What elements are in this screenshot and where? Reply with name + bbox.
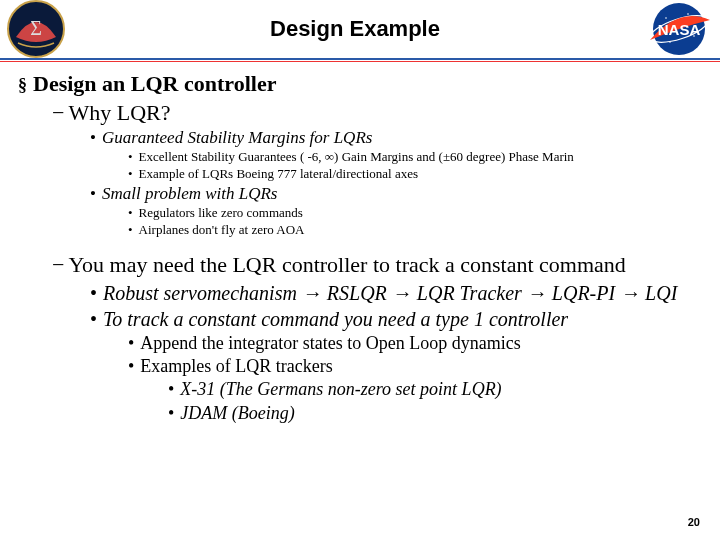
text: Airplanes don't fly at zero AOA <box>139 222 305 237</box>
text: Small problem with LQRs <box>102 184 278 203</box>
text: Design an LQR controller <box>33 71 276 96</box>
slide-title: Design Example <box>66 16 644 42</box>
bullet-l2: −You may need the LQR controller to trac… <box>52 251 702 280</box>
text: Examples of LQR trackers <box>140 356 332 376</box>
svg-point-9 <box>669 41 671 43</box>
text: Example of LQRs Boeing 777 lateral/direc… <box>139 166 418 181</box>
page-number: 20 <box>688 516 700 528</box>
bullet-l4: •Example of LQRs Boeing 777 lateral/dire… <box>128 166 702 183</box>
text: Guaranteed Stability Margins for LQRs <box>102 128 372 147</box>
bullet-l3: •To track a constant command you need a … <box>90 306 702 332</box>
text: JDAM (Boeing) <box>180 403 294 423</box>
header-divider <box>0 58 720 62</box>
bullet-l1: §Design an LQR controller <box>18 70 702 99</box>
bullet-l4: •Append the integrator states to Open Lo… <box>128 332 702 355</box>
bullet-l3: •Small problem with LQRs <box>90 183 702 205</box>
bullet-l4: •Regulators like zero commands <box>128 205 702 222</box>
svg-text:Σ: Σ <box>30 17 42 39</box>
text-pre: Robust servomechanism <box>103 282 302 304</box>
mission-patch-logo: Σ <box>6 0 66 59</box>
text: X-31 (The Germans non-zero set point LQR… <box>180 379 501 399</box>
bullet-l4: •Examples of LQR trackers <box>128 355 702 378</box>
bullet-l4: •Excellent Stability Guarantees ( -6, ∞)… <box>128 149 702 166</box>
nasa-logo: NASA <box>644 0 714 58</box>
text: Append the integrator states to Open Loo… <box>140 333 520 353</box>
bullet-l2: −Why LQR? <box>52 99 702 128</box>
bullet-l4: •Airplanes don't fly at zero AOA <box>128 222 702 239</box>
bullet-l3: •Robust servomechanism → RSLQR → LQR Tra… <box>90 280 702 306</box>
text: To track a constant command you need a t… <box>103 308 568 330</box>
bullet-l5: •X-31 (The Germans non-zero set point LQ… <box>168 378 702 401</box>
text-chain: RSLQR → LQR Tracker → LQR-PI → LQI <box>322 282 678 304</box>
bullet-l5: •JDAM (Boeing) <box>168 402 702 425</box>
bullet-l3: •Guaranteed Stability Margins for LQRs <box>90 127 702 149</box>
svg-point-8 <box>693 35 695 37</box>
text: Excellent Stability Guarantees ( -6, ∞) … <box>139 149 574 164</box>
text: You may need the LQR controller to track… <box>68 252 625 277</box>
text: Regulators like zero commands <box>139 205 303 220</box>
svg-point-7 <box>687 13 689 15</box>
slide-body: §Design an LQR controller −Why LQR? •Gua… <box>0 70 720 425</box>
svg-point-6 <box>665 17 667 19</box>
text: Why LQR? <box>68 100 170 125</box>
